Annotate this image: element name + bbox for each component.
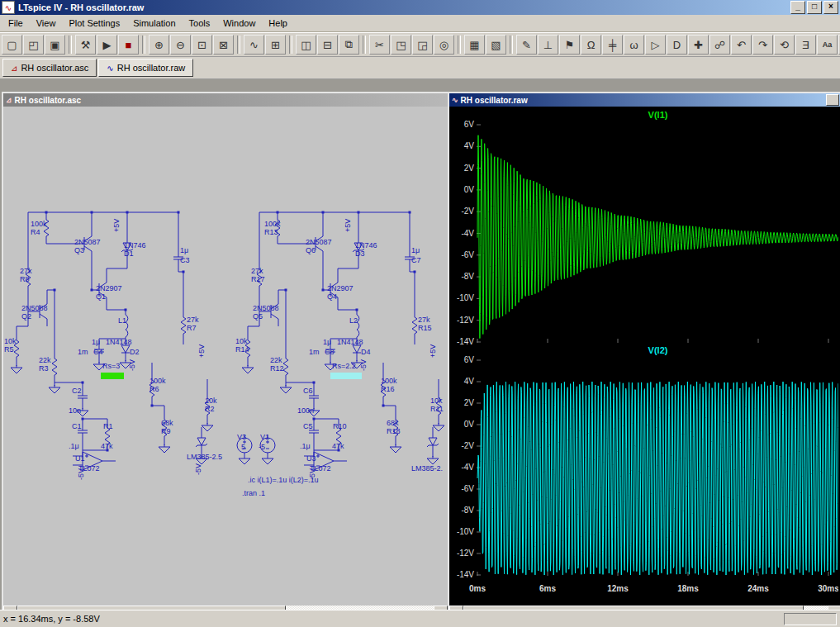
tab-rh-oscillator-raw[interactable]: ∿RH oscillator.raw <box>98 59 193 77</box>
waveform-hscrollbar[interactable]: ◄ ► <box>449 606 840 610</box>
scroll-right-arrow[interactable]: ► <box>828 606 840 610</box>
mirror-button[interactable]: Ǝ <box>795 35 816 55</box>
schematic-label: 1μ <box>411 247 420 254</box>
tile-vertically-button[interactable]: ◫ <box>296 35 316 55</box>
schematic-label: R8 <box>20 276 30 283</box>
menu-file[interactable]: File <box>2 17 30 30</box>
y-axis-tick-label: 4V <box>464 141 475 150</box>
halt-button[interactable]: ■ <box>118 35 139 55</box>
schematic-label: 10k <box>4 338 17 345</box>
rotate-button[interactable]: ⟲ <box>774 35 795 55</box>
open-button[interactable]: ◰ <box>23 35 44 55</box>
draw-wire-button[interactable]: ✎ <box>516 35 537 55</box>
grid-button[interactable]: ⊞ <box>265 35 286 55</box>
waveform-window-titlebar[interactable]: ∿ RH oscillator.raw <box>449 93 840 107</box>
y-axis-tick-label: 4V <box>464 377 475 386</box>
tab-rh-oscillator-asc[interactable]: ⊿RH oscillator.asc <box>2 59 97 77</box>
waveform-window: ∿ RH oscillator.raw V(l1)6V4V2V0V-2V-4V-… <box>448 92 840 610</box>
copy-button[interactable]: ◳ <box>391 35 411 55</box>
control-panel-button[interactable]: ⚒ <box>75 35 96 55</box>
schematic-label: Q3 <box>74 247 84 254</box>
scroll-left-arrow[interactable]: ◄ <box>449 606 463 610</box>
menu-simulation[interactable]: Simulation <box>126 17 182 30</box>
schematic-label: 10k <box>430 397 443 405</box>
schematic-window: ⊿ RH oscillator.asc 100kR42N5087Q31N746D… <box>2 92 449 610</box>
undo-button[interactable]: ↶ <box>731 35 752 55</box>
zoom-full-extents-button[interactable]: ⊠ <box>213 35 234 55</box>
ground-button[interactable]: ⊥ <box>538 35 558 55</box>
schematic-label: R9 <box>161 428 171 435</box>
schematic-label: R15 <box>418 325 432 332</box>
cut-button[interactable]: ✂ <box>369 35 390 55</box>
trace-label[interactable]: V(l1) <box>648 110 668 120</box>
schematic-label: 2N5087 <box>306 239 332 246</box>
mdi-area: ⊿ RH oscillator.asc 100kR42N5087Q31N746D… <box>0 79 840 610</box>
net-label-button[interactable]: ⚑ <box>559 35 580 55</box>
paste-button[interactable]: ◲ <box>412 35 433 55</box>
print-preview-button[interactable]: ▧ <box>486 35 506 55</box>
schematic-label: 100k <box>264 221 281 228</box>
move-button[interactable]: ✚ <box>688 35 709 55</box>
schematic-highlight <box>330 373 362 379</box>
scroll-thumb[interactable] <box>463 606 804 610</box>
waveform-canvas[interactable]: V(l1)6V4V2V0V-2V-4V-6V-8V-10V-12V-14VV(l… <box>449 107 840 606</box>
component-button[interactable]: D <box>667 35 687 55</box>
y-axis-tick-label: -6V <box>461 484 474 493</box>
waveform-plot[interactable]: V(l1)6V4V2V0V-2V-4V-6V-8V-10V-12V-14VV(l… <box>449 107 838 602</box>
y-axis-tick-label: -12V <box>457 549 474 558</box>
menu-window[interactable]: Window <box>216 17 262 30</box>
toolbar-separator <box>237 36 240 54</box>
zoom-in-button[interactable]: ⊕ <box>149 35 169 55</box>
scroll-track[interactable] <box>17 606 434 610</box>
waveform-file-icon: ∿ <box>107 64 113 73</box>
menu-plot-settings[interactable]: Plot Settings <box>62 17 126 30</box>
tile-horizontally-button[interactable]: ⊟ <box>317 35 338 55</box>
find-button[interactable]: ◎ <box>434 35 454 55</box>
zoom-area-button[interactable]: ⊡ <box>192 35 212 55</box>
schematic-window-titlebar[interactable]: ⊿ RH oscillator.asc <box>3 93 448 107</box>
schematic-label: .1μ <box>300 443 311 450</box>
schematic-hscrollbar[interactable]: ◄ ► <box>3 606 448 610</box>
status-bar: x = 16.34ms, y = -8.58V <box>0 610 840 627</box>
schematic-label: 2N5087 <box>74 239 101 246</box>
schematic-label: +5V <box>429 344 437 358</box>
schematic-canvas[interactable]: 100kR42N5087Q31N746D11μC327kR82N2907Q12N… <box>3 107 448 606</box>
new-schematic-button[interactable]: ▢ <box>2 35 22 55</box>
diode-button[interactable]: ▷ <box>645 35 666 55</box>
cascade-windows-button[interactable]: ⧉ <box>339 35 359 55</box>
run-button[interactable]: ▶ <box>97 35 117 55</box>
y-axis-tick-label: 0V <box>464 185 475 194</box>
scroll-thumb[interactable] <box>17 606 286 610</box>
redo-button[interactable]: ↷ <box>752 35 773 55</box>
inductor-button[interactable]: ω <box>624 35 644 55</box>
schematic-label: 100n <box>297 407 314 415</box>
save-button[interactable]: ▣ <box>45 35 65 55</box>
trace-label[interactable]: V(l2) <box>648 345 668 355</box>
scroll-right-arrow[interactable]: ► <box>434 606 448 610</box>
maximize-button[interactable]: □ <box>807 1 822 14</box>
zoom-out-button[interactable]: ⊖ <box>170 35 191 55</box>
minimize-button[interactable]: _ <box>790 1 805 14</box>
menu-help[interactable]: Help <box>262 17 294 30</box>
resistor-button[interactable]: Ω <box>581 35 601 55</box>
scroll-left-arrow[interactable]: ◄ <box>3 606 17 610</box>
text-button[interactable]: Aa <box>817 35 838 55</box>
toolbar-separator <box>510 36 513 54</box>
schematic-label: 1μ <box>180 247 188 254</box>
schematic-label: 22k <box>270 357 282 364</box>
schematic-label: +5V <box>198 344 206 358</box>
schematic-drawing[interactable] <box>3 107 444 602</box>
waveform-file-icon: ∿ <box>452 96 458 104</box>
autorange-y-axis-button[interactable]: ∿ <box>244 35 264 55</box>
menu-tools[interactable]: Tools <box>183 17 217 30</box>
capacitor-button[interactable]: ╪ <box>602 35 623 55</box>
print-button[interactable]: ▦ <box>464 35 485 55</box>
waveform-window-restore-button[interactable] <box>826 94 839 106</box>
schematic-label: R7 <box>187 325 197 332</box>
close-button[interactable]: × <box>823 1 838 14</box>
x-axis-tick-label: 0ms <box>469 584 486 593</box>
scroll-track[interactable] <box>463 606 828 610</box>
schematic-label: R14 <box>235 346 249 354</box>
drag-button[interactable]: ☍ <box>709 35 730 55</box>
menu-view[interactable]: View <box>30 17 63 30</box>
